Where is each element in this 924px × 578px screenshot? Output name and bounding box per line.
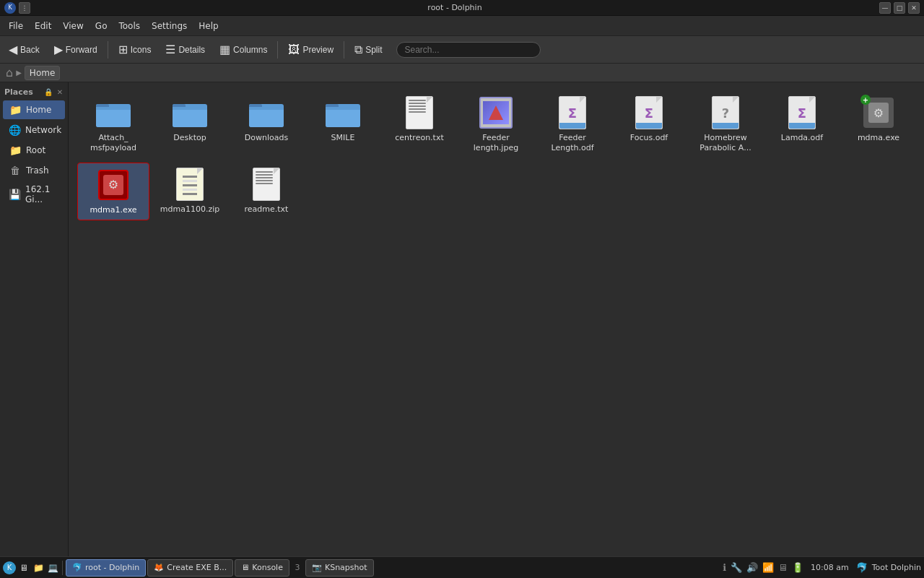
list-item[interactable]: Σ Feeder Length.odf (536, 91, 609, 158)
svg-rect-7 (173, 107, 207, 110)
taskbar-dolphin-label: root - Dolphin (85, 563, 139, 572)
trash-icon: 🗑 (9, 164, 22, 177)
taskbar-dolphin-icon: 🐬 (72, 563, 82, 572)
maximize-button[interactable]: □ (894, 2, 905, 14)
toolbar-sep-2 (277, 41, 278, 59)
sidebar-item-root[interactable]: 📁 Root (3, 141, 65, 160)
menu-help[interactable]: Help (193, 20, 224, 33)
toot-label: Toot Dolphin (872, 563, 921, 572)
menu-go[interactable]: Go (90, 20, 113, 33)
list-item[interactable]: Σ Lamda.odf (766, 91, 838, 158)
sidebar-header-icons: 🔒 ✕ (43, 87, 65, 97)
close-button[interactable]: ✕ (908, 2, 920, 14)
taskbar-konsole-icon: 🖥 (241, 563, 249, 572)
taskbar-konsole-btn[interactable]: 🖥 Konsole (235, 559, 289, 577)
details-icon: ☰ (165, 43, 175, 56)
search-input[interactable] (396, 42, 541, 58)
back-button[interactable]: ◀ Back (3, 39, 45, 61)
taskbar-ksnapshot-label: KSnapshot (325, 563, 367, 572)
preview-label: Preview (302, 45, 334, 55)
columns-button[interactable]: ▦ Columns (214, 39, 273, 61)
file-name: Feeder length.jpeg (463, 133, 528, 154)
taskbar-tray: ℹ 🔧 🔊 📶 🖥 🔋 10:08 am 🐬 Toot Dolphin (723, 562, 921, 573)
folder-icon (326, 95, 360, 130)
tray-toot-icon[interactable]: 🐬 (856, 562, 868, 573)
file-name: Focus.odf (630, 133, 668, 143)
file-name: Attach_msfpayload (90, 133, 136, 154)
list-item[interactable]: ? Homebrew Parabolic A... (689, 91, 762, 158)
taskbar-clock: 10:08 am (808, 563, 852, 572)
list-item[interactable]: centreon.txt (383, 91, 456, 158)
sidebar-item-drive[interactable]: 💾 162.1 Gi... (3, 181, 65, 207)
toolbar-sep-3 (344, 41, 344, 59)
jpeg-file-icon (479, 95, 513, 130)
sidebar-item-home[interactable]: 📁 Home (3, 100, 65, 119)
columns-icon: ▦ (219, 43, 230, 56)
sidebar-item-trash-label: Trash (26, 165, 49, 176)
sidebar-title: Places (4, 87, 33, 97)
list-item[interactable]: Attach_msfpayload (77, 91, 149, 158)
tray-tools-icon[interactable]: 🔧 (731, 562, 742, 573)
file-name: mdma1100.zip (160, 204, 219, 215)
sidebar-lock-icon[interactable]: 🔒 (43, 87, 53, 97)
titlebar-controls: — □ ✕ (879, 2, 920, 14)
taskbar-create-exe-btn[interactable]: 🦊 Create EXE B... (147, 559, 233, 577)
sidebar-item-root-label: Root (26, 145, 45, 155)
minimize-button[interactable]: — (879, 2, 891, 14)
svg-rect-15 (326, 107, 360, 110)
file-name: mdma.exe (858, 133, 899, 143)
list-item[interactable]: Feeder length.jpeg (460, 91, 532, 158)
file-name: Downloads (245, 133, 288, 143)
preview-button[interactable]: 🖼 Preview (282, 39, 339, 61)
root-icon: 📁 (9, 144, 22, 157)
details-label: Details (178, 45, 205, 55)
list-item[interactable]: SMILE (307, 91, 379, 158)
taskbar-terminal-icon[interactable]: 💻 (46, 561, 59, 574)
menu-file[interactable]: File (3, 20, 29, 33)
file-name: Desktop (173, 133, 206, 143)
file-content: Attach_msfpayload Desktop (69, 82, 924, 556)
svg-rect-10 (249, 107, 284, 127)
tray-volume-icon[interactable]: 🔊 (746, 562, 758, 573)
menu-edit[interactable]: Edit (29, 20, 57, 33)
search-bar (396, 42, 921, 58)
details-button[interactable]: ☰ Details (160, 39, 211, 61)
svg-rect-2 (96, 107, 131, 127)
menu-tools[interactable]: Tools (113, 20, 146, 33)
titlebar: K ⋮ root - Dolphin — □ ✕ (0, 0, 924, 16)
titlebar-menu-btn[interactable]: ⋮ (19, 2, 30, 14)
new-badge: + (860, 95, 871, 105)
tray-info-icon[interactable]: ℹ (723, 562, 726, 573)
list-item[interactable]: readme.txt (230, 163, 302, 220)
taskbar-desktop-icon[interactable]: 🖥 (17, 561, 30, 574)
tray-display-icon[interactable]: 🖥 (778, 562, 788, 573)
menu-view[interactable]: View (57, 20, 89, 33)
forward-button[interactable]: ▶ Forward (48, 39, 103, 61)
menu-settings[interactable]: Settings (146, 20, 193, 33)
odf-file-icon: Σ (785, 95, 819, 130)
list-item[interactable]: Σ Focus.odf (613, 91, 685, 158)
main-layout: Places 🔒 ✕ 📁 Home 🌐 Network 📁 Root 🗑 Tra… (0, 82, 924, 556)
sidebar-item-network[interactable]: 🌐 Network (3, 121, 65, 139)
split-button[interactable]: ⧉ Split (349, 39, 388, 61)
list-item[interactable]: + ⚙ mdma.exe (842, 91, 915, 158)
sidebar-close-icon[interactable]: ✕ (55, 87, 65, 97)
taskbar-ksnapshot-btn[interactable]: 📷 KSnapshot (305, 559, 374, 577)
taskbar-dolphin-btn[interactable]: 🐬 root - Dolphin (66, 559, 146, 577)
taskbar-create-exe-label: Create EXE B... (167, 563, 227, 572)
back-icon: ◀ (9, 43, 17, 56)
folder-icon (173, 95, 207, 130)
home-path-icon: ⌂ (6, 66, 13, 79)
tray-network-icon[interactable]: 📶 (762, 562, 774, 573)
icons-button[interactable]: ⊞ Icons (113, 39, 157, 61)
list-item[interactable]: Desktop (154, 91, 226, 158)
odf-file-icon: Σ (632, 95, 666, 130)
path-home-button[interactable]: Home (25, 66, 60, 80)
sidebar-item-trash[interactable]: 🗑 Trash (3, 161, 65, 180)
kde-start-button[interactable]: K (3, 561, 16, 574)
list-item[interactable]: mdma1100.zip (154, 163, 226, 220)
tray-battery-icon[interactable]: 🔋 (792, 562, 803, 573)
list-item[interactable]: ⚙ mdma1.exe (77, 163, 149, 220)
list-item[interactable]: Downloads (230, 91, 302, 158)
taskbar-files-icon[interactable]: 📁 (32, 561, 45, 574)
